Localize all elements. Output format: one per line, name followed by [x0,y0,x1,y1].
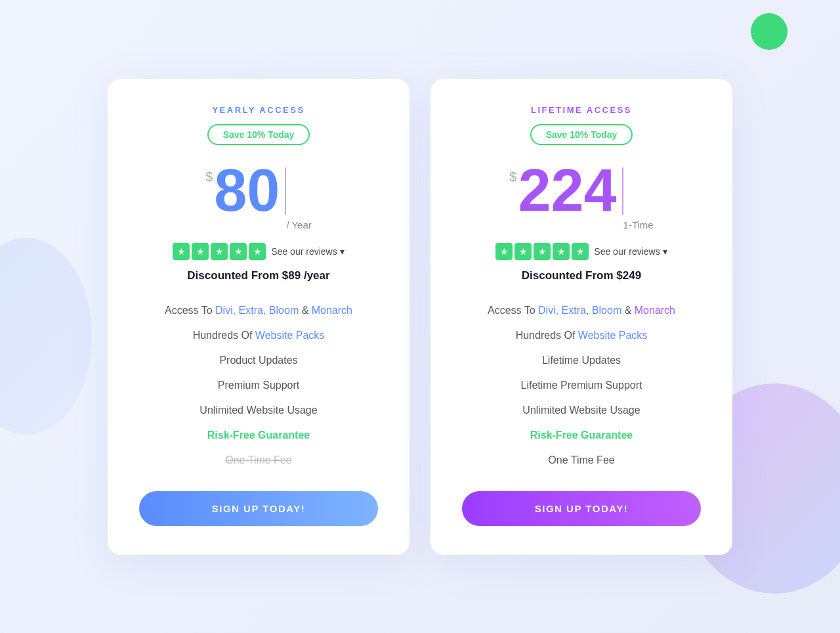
lifetime-reviews-chevron: ▾ [663,246,667,257]
yearly-stars: ★ ★ ★ ★ ★ [173,243,266,260]
bg-decoration-left [0,238,92,435]
lifetime-feature-2: Hundreds Of Website Packs [462,323,701,348]
yearly-plan-label: YEARLY ACCESS [212,105,304,115]
lifetime-price-amount: 224 [518,161,616,220]
yearly-price-amount: 80 [214,161,280,220]
yearly-discounted-from: Discounted From $89 /year [187,269,329,282]
yearly-monarch-link[interactable]: Monarch [312,305,352,316]
yearly-feature-4: Premium Support [139,373,378,398]
yearly-price-section: $ 80 / Year [205,161,312,230]
lifetime-feature-1: Access To Divi, Extra, Bloom & Monarch [462,298,701,323]
yearly-feature-1: Access To Divi, Extra, Bloom & Monarch [139,298,378,323]
lifetime-price-suffix: 1-Time [620,167,654,230]
lifetime-feature-5: Unlimited Website Usage [462,398,701,423]
yearly-price-dollar: $ [205,170,213,183]
lifetime-pricing-card: LIFETIME ACCESS Save 10% Today $ 224 1-T… [430,79,732,555]
yearly-website-packs-link[interactable]: Website Packs [255,330,325,341]
lifetime-stars-row: ★ ★ ★ ★ ★ See our reviews ▾ [495,243,667,260]
yearly-feature-2: Hundreds Of Website Packs [139,323,378,348]
yearly-features-list: Access To Divi, Extra, Bloom & Monarch H… [139,298,378,473]
lifetime-price-dollar: $ [509,170,516,183]
star-4: ★ [230,243,247,260]
lifetime-stars: ★ ★ ★ ★ ★ [495,243,589,260]
yearly-reviews-text: See our reviews [271,246,337,257]
yearly-reviews-link[interactable]: See our reviews ▾ [271,246,344,257]
lifetime-monarch-link[interactable]: Monarch [635,305,675,316]
yearly-feature-5: Unlimited Website Usage [139,398,378,423]
lifetime-plan-label: LIFETIME ACCESS [531,105,632,115]
yearly-price-cursor [285,167,286,215]
pricing-cards-container: YEARLY ACCESS Save 10% Today $ 80 / Year… [94,53,746,581]
lifetime-star-5: ★ [572,243,589,260]
green-dot-decoration [751,13,788,50]
lifetime-save-badge[interactable]: Save 10% Today [530,124,633,145]
yearly-feature-3: Product Updates [139,348,378,373]
lifetime-reviews-link[interactable]: See our reviews ▾ [594,246,667,257]
lifetime-star-1: ★ [495,243,513,260]
yearly-feature-7: One Time Fee [139,448,378,473]
lifetime-price-section: $ 224 1-Time [509,161,653,230]
yearly-price-suffix: / Year [282,167,311,230]
star-2: ★ [192,243,209,260]
yearly-reviews-chevron: ▾ [340,246,345,257]
yearly-save-badge[interactable]: Save 10% Today [207,124,310,145]
lifetime-star-4: ★ [553,243,570,260]
lifetime-feature-7: One Time Fee [462,448,701,473]
yearly-feature-6: Risk-Free Guarantee [139,423,378,448]
lifetime-signup-button[interactable]: SIGN UP TODAY! [462,491,701,526]
lifetime-star-3: ★ [534,243,551,260]
yearly-pricing-card: YEARLY ACCESS Save 10% Today $ 80 / Year… [108,79,410,555]
lifetime-discounted-from: Discounted From $249 [522,269,641,282]
lifetime-features-list: Access To Divi, Extra, Bloom & Monarch H… [462,298,701,473]
star-5: ★ [249,243,266,260]
star-1: ★ [173,243,190,260]
yearly-signup-button[interactable]: SIGN UP TODAY! [139,491,378,526]
yearly-divi-link[interactable]: Divi, Extra, Bloom [215,305,299,316]
yearly-price-period: / Year [286,220,311,230]
yearly-stars-row: ★ ★ ★ ★ ★ See our reviews ▾ [173,243,344,260]
lifetime-price-cursor [622,167,623,215]
lifetime-price-period: 1-Time [623,220,654,230]
star-3: ★ [211,243,228,260]
lifetime-feature-4: Lifetime Premium Support [462,373,701,398]
lifetime-feature-6: Risk-Free Guarantee [462,423,701,448]
lifetime-website-packs-link[interactable]: Website Packs [578,330,648,341]
lifetime-divi-link[interactable]: Divi, Extra, Bloom [538,305,621,316]
lifetime-reviews-text: See our reviews [594,246,660,257]
lifetime-feature-3: Lifetime Updates [462,348,701,373]
lifetime-star-2: ★ [514,243,532,260]
